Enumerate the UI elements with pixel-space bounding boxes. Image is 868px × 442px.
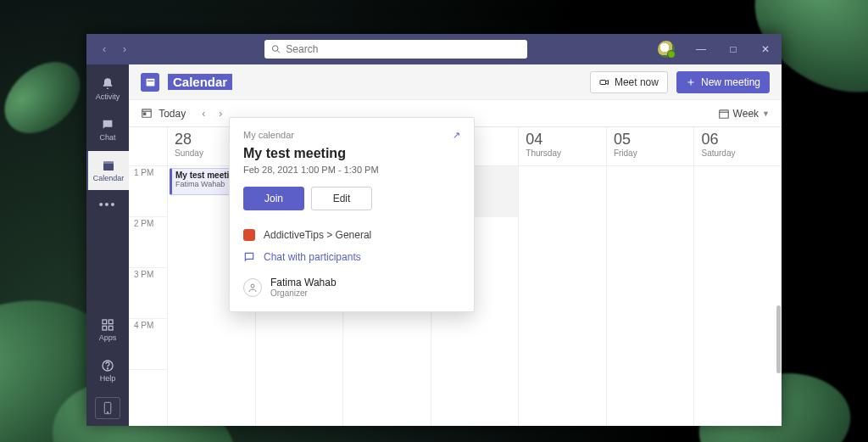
svg-rect-6 [103,326,107,330]
nav-rail: Activity Chat Calendar ••• Apps Help [86,64,129,426]
day-column[interactable]: 05Friday [607,127,695,426]
chat-label: Chat with participants [264,251,361,263]
rail-item-chat[interactable]: Chat [86,110,129,149]
day-column[interactable]: 06Saturday [694,127,782,426]
calendar-app-icon [141,73,159,92]
day-number: 05 [614,131,687,148]
view-label: Week [733,108,759,120]
day-name: Thursday [526,148,599,158]
svg-line-1 [277,50,280,53]
button-label: Edit [333,193,351,204]
search-input-wrap[interactable] [264,40,527,59]
chat-icon [243,251,255,263]
organizer-row[interactable]: Fatima Wahab Organizer [243,268,460,298]
person-role: Organizer [270,288,337,298]
edit-button[interactable]: Edit [311,187,372,210]
search-icon [271,44,281,54]
nav-back-button[interactable]: ‹ [95,40,114,59]
rail-item-calendar[interactable]: Calendar [86,151,129,190]
day-name: Friday [614,148,687,158]
chevron-down-icon: ▼ [762,109,770,118]
rail-item-more[interactable]: ••• [86,192,129,217]
svg-rect-3 [103,161,114,164]
window-close-button[interactable]: ✕ [749,34,782,64]
popover-time: Feb 28, 2021 1:00 PM - 1:30 PM [243,165,460,175]
time-label: 2 PM [129,217,167,268]
app-window: ‹ › ― □ ✕ Activity Chat [86,34,782,426]
svg-rect-19 [144,113,146,115]
help-icon [101,359,114,372]
user-avatar[interactable] [658,41,675,58]
button-label: Meet now [615,76,659,88]
svg-rect-12 [146,79,154,87]
rail-label: Apps [99,333,117,342]
time-label: 3 PM [129,268,167,319]
chat-link[interactable]: Chat with participants [243,246,460,268]
event-organizer: Fatima Wahab [175,180,225,188]
button-label: Today [159,108,186,120]
rail-label: Calendar [93,174,125,182]
new-meeting-button[interactable]: New meeting [676,71,770,93]
meet-now-button[interactable]: Meet now [590,71,668,93]
team-icon [243,229,255,241]
page-title: Calendar [168,74,232,90]
person-icon [243,278,262,297]
svg-rect-13 [147,81,153,81]
chat-icon [101,118,114,131]
rail-item-help[interactable]: Help [86,351,129,390]
next-week-button[interactable]: › [213,108,228,120]
today-icon [141,107,153,119]
rail-item-apps[interactable]: Apps [86,311,129,350]
prev-week-button[interactable]: ‹ [196,108,211,120]
svg-rect-5 [108,320,113,324]
rail-label: Chat [99,133,115,142]
calendar-icon [102,159,115,172]
mobile-icon [103,401,112,415]
person-name: Fatima Wahab [270,277,337,288]
svg-point-9 [107,368,108,369]
day-column[interactable]: 04Thursday [519,127,607,426]
popover-calendar-label: My calendar [243,130,294,141]
svg-rect-14 [600,80,606,84]
today-button[interactable]: Today [141,107,186,120]
svg-point-22 [251,284,254,288]
channel-label: AddictiveTips > General [264,229,371,241]
page-header: Calendar Meet now New meeting [129,64,782,100]
calendar-small-icon [718,108,730,120]
join-button[interactable]: Join [243,187,304,210]
titlebar: ‹ › ― □ ✕ [86,34,782,64]
channel-link[interactable]: AddictiveTips > General [243,224,460,246]
svg-point-0 [272,46,278,52]
rail-item-activity[interactable]: Activity [86,70,129,109]
nav-forward-button[interactable]: › [115,40,134,59]
svg-rect-20 [719,109,728,117]
bell-icon [101,77,114,91]
window-minimize-button[interactable]: ― [685,34,717,64]
more-icon: ••• [99,198,117,211]
time-label: 1 PM [129,166,167,217]
svg-point-11 [107,411,108,412]
time-label: 4 PM [129,319,167,370]
rail-item-mobile[interactable] [95,397,120,419]
button-label: New meeting [701,76,760,88]
apps-icon [101,318,114,332]
day-number: 06 [701,131,775,148]
svg-rect-4 [103,320,107,324]
popover-title: My test meeting [243,146,460,161]
rail-label: Help [100,374,116,383]
video-icon [599,77,609,87]
window-maximize-button[interactable]: □ [717,34,749,64]
day-name: Saturday [701,148,775,158]
scrollbar[interactable] [776,305,781,373]
event-popover: My calendar ↗ My test meeting Feb 28, 20… [229,117,475,312]
plus-icon [686,77,696,87]
button-label: Join [264,193,283,204]
day-number: 04 [526,131,599,148]
rail-label: Activity [96,92,120,101]
time-axis: 1 PM 2 PM 3 PM 4 PM [129,127,168,426]
svg-rect-7 [108,326,113,330]
search-input[interactable] [286,43,520,55]
view-selector[interactable]: Week ▼ [718,108,770,120]
expand-icon[interactable]: ↗ [453,130,460,141]
